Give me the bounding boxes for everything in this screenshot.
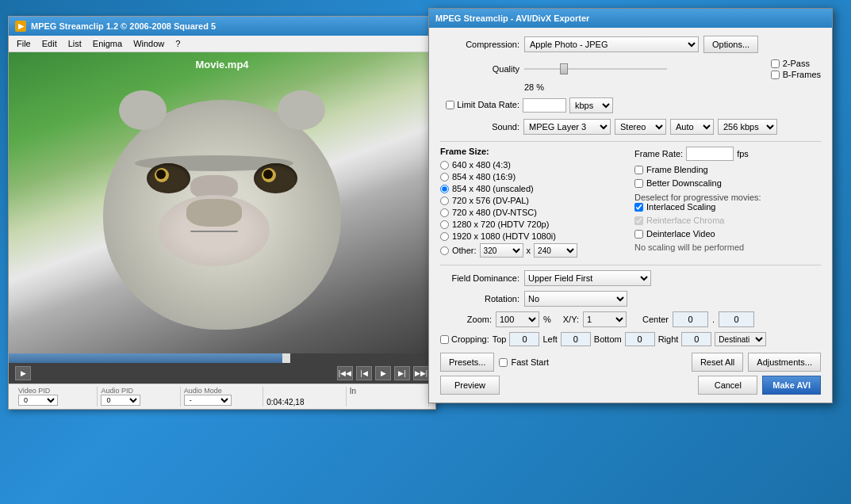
better-downscaling-checkbox[interactable] bbox=[634, 179, 643, 188]
limit-rate-checkbox-container: Limit Data Rate: bbox=[440, 100, 519, 111]
play-pause-button[interactable]: ▶ bbox=[375, 366, 391, 380]
frame-size-720-pal-label: 720 x 576 (DV-PAL) bbox=[452, 196, 529, 205]
dialog-title-bar: MPEG Streamclip - AVI/DivX Exporter bbox=[429, 9, 832, 28]
better-downscaling-row[interactable]: Better Downscaling bbox=[634, 178, 821, 188]
crop-right-input[interactable] bbox=[681, 332, 711, 346]
frame-size-label: Frame Size: bbox=[440, 147, 627, 156]
play-button[interactable]: ▶ bbox=[15, 366, 31, 380]
crop-bottom-input[interactable] bbox=[625, 332, 655, 346]
center-label: Center bbox=[642, 315, 669, 324]
frame-size-1920-label: 1920 x 1080 (HDTV 1080i) bbox=[452, 231, 556, 241]
field-dominance-row: Field Dominance: Upper Field First Lower… bbox=[440, 270, 821, 286]
compression-select[interactable]: Apple Photo - JPEG DivX Xvid bbox=[524, 36, 699, 52]
skip-forward-far-button[interactable]: ▶▶| bbox=[413, 366, 429, 380]
two-pass-checkbox-row[interactable]: 2-Pass bbox=[771, 59, 821, 68]
progress-thumb[interactable] bbox=[282, 353, 290, 363]
interlaced-scaling-row[interactable]: Interlaced Scaling bbox=[634, 202, 821, 212]
limit-rate-label-row[interactable]: Limit Data Rate: bbox=[446, 100, 519, 109]
b-frames-checkbox-row[interactable]: B-Frames bbox=[771, 70, 821, 79]
reinterlace-chroma-checkbox[interactable] bbox=[634, 216, 643, 225]
frame-size-1280-radio[interactable] bbox=[440, 220, 449, 229]
compression-label: Compression: bbox=[440, 40, 519, 49]
frame-size-720-pal-radio[interactable] bbox=[440, 197, 449, 205]
audio-pid-select[interactable]: 0 bbox=[101, 395, 140, 406]
rotation-select[interactable]: No 90° CW 90° CCW 180° bbox=[524, 291, 627, 307]
crop-right-label: Right bbox=[658, 334, 679, 344]
cropping-checkbox[interactable] bbox=[440, 335, 449, 344]
preview-button[interactable]: Preview bbox=[440, 376, 500, 395]
frame-blending-label: Frame Blending bbox=[646, 165, 708, 174]
deinterlace-video-row[interactable]: Deinterlace Video bbox=[634, 229, 821, 239]
better-downscaling-label: Better Downscaling bbox=[646, 178, 722, 188]
reset-all-button[interactable]: Reset All bbox=[692, 353, 743, 372]
sound-bitrate-select[interactable]: 256 kbps bbox=[718, 119, 777, 135]
cancel-button[interactable]: Cancel bbox=[698, 376, 757, 395]
zoom-select[interactable]: 100 bbox=[496, 311, 539, 327]
center-y-input[interactable] bbox=[719, 311, 754, 327]
dest-select[interactable]: Destinati bbox=[715, 332, 766, 346]
frame-size-854-unscaled-radio[interactable] bbox=[440, 185, 449, 193]
frame-size-other-label: Other: bbox=[452, 246, 477, 255]
frame-size-1920-radio[interactable] bbox=[440, 232, 449, 241]
progress-bar[interactable] bbox=[9, 353, 435, 363]
menu-help[interactable]: ? bbox=[171, 37, 185, 50]
rate-input[interactable] bbox=[523, 98, 566, 113]
frame-size-other-radio[interactable] bbox=[440, 246, 449, 255]
two-pass-checkbox[interactable] bbox=[771, 59, 780, 68]
frame-size-720-ntsc-radio[interactable] bbox=[440, 208, 449, 217]
timecode-item: 0:04:42,18 bbox=[263, 387, 346, 407]
deinterlace-video-checkbox[interactable] bbox=[634, 230, 643, 239]
center-x-input[interactable] bbox=[673, 311, 708, 327]
options-button[interactable]: Options... bbox=[703, 36, 758, 53]
xy-select[interactable]: 1 bbox=[583, 311, 627, 327]
frame-blending-row[interactable]: Frame Blending bbox=[634, 165, 821, 174]
x-separator: x bbox=[527, 246, 531, 255]
crop-top-input[interactable] bbox=[509, 332, 539, 346]
menu-list[interactable]: List bbox=[63, 37, 86, 50]
menu-file[interactable]: File bbox=[12, 37, 36, 50]
other-height-select[interactable]: 240 bbox=[534, 243, 577, 258]
menu-window[interactable]: Window bbox=[128, 37, 169, 50]
frame-size-640-label: 640 x 480 (4:3) bbox=[452, 160, 511, 170]
adjustments-button[interactable]: Adjustments... bbox=[748, 353, 821, 372]
sound-codec-select[interactable]: MPEG Layer 3 bbox=[523, 119, 611, 135]
skip-forward-button[interactable]: ▶| bbox=[394, 366, 410, 380]
frame-options-column: Frame Rate: fps Frame Blending Better Do… bbox=[634, 147, 821, 260]
presets-button[interactable]: Presets... bbox=[440, 353, 494, 372]
rotation-row: Rotation: No 90° CW 90° CCW 180° bbox=[440, 291, 821, 307]
two-pass-label: 2-Pass bbox=[783, 59, 810, 68]
compression-row: Compression: Apple Photo - JPEG DivX Xvi… bbox=[440, 36, 821, 53]
crop-left-label: Left bbox=[542, 334, 557, 344]
fast-start-checkbox[interactable] bbox=[499, 358, 508, 367]
menu-bar: File Edit List Enigma Window ? bbox=[9, 36, 435, 52]
sound-channels-select[interactable]: Stereo bbox=[615, 119, 666, 135]
fps-input[interactable] bbox=[686, 147, 734, 161]
field-dominance-select[interactable]: Upper Field First Lower Field First None bbox=[524, 270, 651, 286]
skip-back-far-button[interactable]: |◀◀ bbox=[337, 366, 353, 380]
other-width-select[interactable]: 320 bbox=[480, 243, 523, 258]
main-window: ▶ MPEG Streamclip 1.2 © 2006-2008 Square… bbox=[8, 16, 436, 410]
frame-rate-label: Frame Rate: bbox=[634, 149, 683, 158]
skip-back-button[interactable]: |◀ bbox=[356, 366, 372, 380]
frame-size-854-169-label: 854 x 480 (16:9) bbox=[452, 172, 516, 181]
limit-rate-checkbox[interactable] bbox=[446, 101, 454, 109]
menu-edit[interactable]: Edit bbox=[37, 37, 62, 50]
menu-enigma[interactable]: Enigma bbox=[88, 37, 127, 50]
bottom-buttons-row2: Preview Cancel Make AVI bbox=[440, 376, 821, 395]
frame-size-640-radio[interactable] bbox=[440, 161, 449, 170]
audio-mode-select[interactable]: - bbox=[184, 395, 232, 406]
quality-slider[interactable] bbox=[524, 64, 667, 74]
fast-start-row: Fast Start bbox=[499, 357, 549, 367]
make-avi-button[interactable]: Make AVI bbox=[762, 376, 821, 395]
rate-unit-select[interactable]: kbps bbox=[569, 97, 613, 113]
crop-left-input[interactable] bbox=[561, 332, 591, 346]
interlaced-scaling-checkbox[interactable] bbox=[634, 203, 643, 212]
reinterlace-chroma-row[interactable]: Reinterface Chroma bbox=[634, 216, 821, 225]
sound-rate-select[interactable]: Auto bbox=[670, 119, 714, 135]
video-pid-item: Video PID 0 bbox=[15, 387, 98, 407]
cropping-checkbox-label[interactable]: Cropping: bbox=[440, 334, 489, 344]
video-pid-select[interactable]: 0 bbox=[18, 395, 58, 406]
frame-size-854-169-radio[interactable] bbox=[440, 173, 449, 181]
b-frames-checkbox[interactable] bbox=[771, 71, 780, 79]
frame-blending-checkbox[interactable] bbox=[634, 166, 643, 174]
